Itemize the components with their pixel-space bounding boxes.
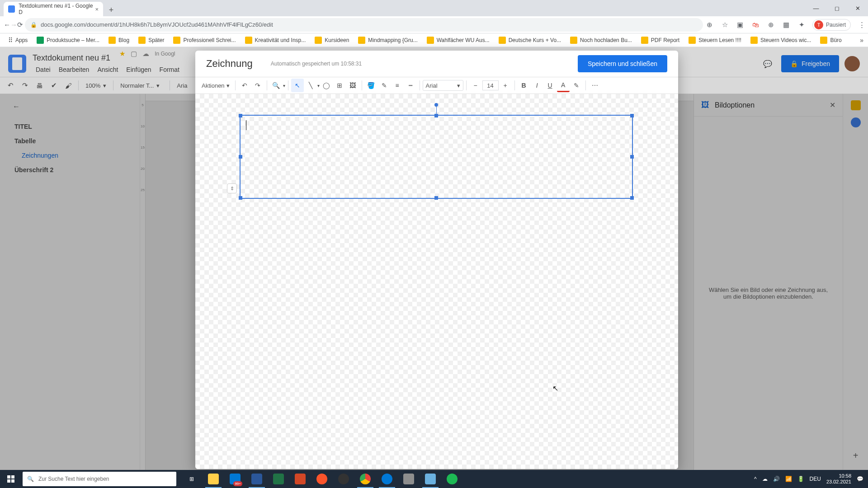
bookmark-item[interactable]: Wahlfächer WU Aus... (423, 35, 493, 46)
notifications-icon[interactable]: 💬 (857, 476, 863, 482)
tray-chevron-icon[interactable]: ^ (754, 476, 757, 482)
resize-handle-mt[interactable] (434, 114, 438, 117)
zoom-button[interactable]: 🔍 (270, 79, 283, 92)
font-size-input[interactable]: 14 (482, 80, 499, 90)
brave-app[interactable] (311, 470, 333, 488)
spotify-app[interactable] (441, 470, 463, 488)
word-app[interactable] (246, 470, 268, 488)
url-input[interactable]: 🔒 docs.google.com/document/d/1hUH8k6h7Lb… (25, 18, 703, 32)
menu-format[interactable]: Format (156, 65, 183, 75)
excel-app[interactable] (268, 470, 289, 488)
menu-einfuegen[interactable]: Einfügen (123, 65, 154, 75)
cast-icon[interactable]: ▦ (782, 20, 791, 29)
decrease-font-button[interactable]: − (469, 79, 482, 92)
menu-datei[interactable]: Datei (33, 65, 54, 75)
volume-icon[interactable]: 🔊 (773, 476, 780, 482)
image-tool[interactable]: 🖼 (346, 79, 359, 92)
menu-ansicht[interactable]: Ansicht (94, 65, 121, 75)
paint-format-button[interactable]: 🖌 (61, 79, 75, 92)
bookmark-item[interactable]: Noch hochladen Bu... (566, 35, 636, 46)
bookmark-item[interactable]: Später (135, 35, 168, 46)
profile-button[interactable]: T Pausiert (812, 19, 851, 31)
style-dropdown[interactable]: Normaler T...▾ (117, 79, 166, 92)
more-button[interactable]: ⋯ (589, 79, 601, 92)
minimize-button[interactable]: — (806, 0, 826, 16)
obs-app[interactable] (333, 470, 354, 488)
docs-logo-icon[interactable] (8, 55, 26, 73)
highlight-button[interactable]: ✎ (570, 79, 583, 92)
share-button[interactable]: 🔒 Freigeben (781, 55, 839, 72)
bookmark-item[interactable]: Kreativität und Insp... (241, 35, 310, 46)
font-dropdown[interactable]: Aria (173, 79, 191, 92)
bookmark-item[interactable]: PDF Report (637, 35, 683, 46)
bold-button[interactable]: B (518, 79, 530, 92)
actions-dropdown[interactable]: Aktionen ▾ (199, 82, 232, 89)
line-tool[interactable]: ╲ (304, 79, 317, 92)
powerpoint-app[interactable] (289, 470, 311, 488)
new-tab-button[interactable]: + (105, 4, 118, 16)
save-and-close-button[interactable]: Speichern und schließen (578, 55, 667, 72)
undo-button[interactable]: ↶ (238, 79, 251, 92)
globe-icon[interactable]: ⊕ (766, 20, 775, 29)
resize-handle-tr[interactable] (630, 114, 634, 117)
start-button[interactable] (0, 470, 22, 488)
bookmark-item[interactable]: Produktsuche – Mer... (33, 35, 103, 46)
text-color-button[interactable]: A (557, 79, 570, 92)
clock[interactable]: 10:58 23.02.2021 (826, 473, 851, 485)
mail-app[interactable]: 99+ (224, 470, 246, 488)
underline-button[interactable]: U (544, 79, 557, 92)
back-button[interactable]: ← (4, 18, 10, 32)
bookmark-item[interactable]: Deutsche Kurs + Vo... (495, 35, 565, 46)
task-view-button[interactable]: ⊞ (181, 470, 203, 488)
bookmark-item[interactable]: Büro (816, 35, 845, 46)
bookmark-item[interactable]: Steuern Videos wic... (747, 35, 815, 46)
close-window-button[interactable]: ✕ (847, 0, 868, 16)
language-indicator[interactable]: DEU (810, 476, 821, 482)
bookmark-item[interactable]: Kursideen (311, 35, 353, 46)
resize-handle-br[interactable] (630, 196, 634, 200)
account-avatar[interactable] (844, 56, 860, 71)
zoom-dropdown[interactable]: 100%▾ (82, 79, 110, 92)
explorer-app[interactable] (203, 470, 224, 488)
menu-bearbeiten[interactable]: Bearbeiten (56, 65, 93, 75)
font-dropdown[interactable]: Arial▾ (423, 80, 463, 91)
redo-button[interactable]: ↷ (251, 79, 264, 92)
reload-button[interactable]: ⟳ (17, 18, 23, 32)
bookmark-item[interactable]: Blog (105, 35, 133, 46)
border-color-button[interactable]: ✎ (378, 79, 391, 92)
zoom-icon[interactable]: ⊕ (705, 20, 714, 29)
spellcheck-button[interactable]: ✔ (47, 79, 61, 92)
redo-button[interactable]: ↷ (18, 79, 32, 92)
print-button[interactable]: 🖶 (33, 79, 46, 92)
resize-handle-mb[interactable] (434, 196, 438, 200)
maximize-button[interactable]: ◻ (826, 0, 847, 16)
select-tool[interactable]: ↖ (291, 79, 304, 92)
star-icon[interactable]: ★ (119, 50, 125, 58)
chrome-app[interactable] (354, 470, 376, 488)
onedrive-icon[interactable]: ☁ (762, 476, 768, 482)
resize-handle-bl[interactable] (239, 196, 242, 200)
qr-icon[interactable]: ▣ (736, 20, 745, 29)
cloud-icon[interactable]: ☁ (142, 50, 149, 58)
mspaint-app[interactable] (398, 470, 420, 488)
resize-handle-ml[interactable] (239, 155, 242, 159)
document-title[interactable]: Textdokument neu #1 (33, 53, 110, 63)
battery-icon[interactable]: 🔋 (797, 476, 804, 482)
resize-handle-mr[interactable] (630, 155, 634, 159)
border-weight-button[interactable]: ≡ (391, 79, 404, 92)
italic-button[interactable]: I (531, 79, 543, 92)
apps-button[interactable]: ⠿Apps (5, 35, 31, 46)
text-box-selected[interactable] (240, 115, 633, 199)
shape-tool[interactable]: ◯ (320, 79, 333, 92)
drawing-canvas[interactable]: ⇕ (195, 94, 678, 469)
wifi-icon[interactable]: 📶 (785, 476, 792, 482)
increase-font-button[interactable]: + (499, 79, 512, 92)
bookmark-item[interactable]: Steuern Lesen !!!! (685, 35, 745, 46)
undo-button[interactable]: ↶ (4, 79, 17, 92)
forward-button[interactable]: → (10, 18, 17, 32)
extensions-icon[interactable]: ✦ (797, 20, 806, 29)
star-icon[interactable]: ☆ (720, 20, 729, 29)
border-dash-button[interactable]: ┅ (404, 79, 417, 92)
canvas-resize-handle[interactable]: ⇕ (227, 183, 237, 193)
edge-app[interactable] (376, 470, 398, 488)
